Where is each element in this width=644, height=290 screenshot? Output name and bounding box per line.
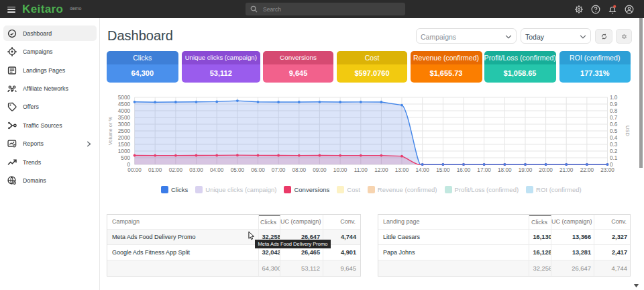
svg-text:00:00: 00:00 xyxy=(127,167,142,173)
svg-text:0.7: 0.7 xyxy=(610,115,618,121)
svg-text:0.6: 0.6 xyxy=(610,122,618,128)
svg-text:18:00: 18:00 xyxy=(498,167,512,173)
svg-text:USD: USD xyxy=(625,126,631,136)
svg-text:1000: 1000 xyxy=(118,148,131,154)
svg-text:01:00: 01:00 xyxy=(148,167,162,173)
svg-text:4500: 4500 xyxy=(118,101,131,107)
svg-text:500: 500 xyxy=(121,155,130,161)
svg-text:4000: 4000 xyxy=(118,108,131,114)
svg-text:0.2: 0.2 xyxy=(610,148,618,154)
svg-text:16:00: 16:00 xyxy=(457,167,471,173)
svg-text:3000: 3000 xyxy=(118,122,131,128)
svg-text:0.1: 0.1 xyxy=(610,155,618,161)
svg-text:09:00: 09:00 xyxy=(313,167,327,173)
svg-text:17:00: 17:00 xyxy=(477,167,491,173)
svg-text:23:00: 23:00 xyxy=(600,167,614,173)
svg-text:0: 0 xyxy=(610,162,613,168)
svg-text:21:00: 21:00 xyxy=(559,167,574,173)
svg-text:11:00: 11:00 xyxy=(354,167,368,173)
svg-text:1.0: 1.0 xyxy=(610,95,618,101)
svg-text:10:00: 10:00 xyxy=(333,167,347,173)
svg-text:20:00: 20:00 xyxy=(539,167,553,173)
svg-text:12:00: 12:00 xyxy=(374,167,388,173)
svg-text:15:00: 15:00 xyxy=(436,167,450,173)
svg-text:22:00: 22:00 xyxy=(580,167,594,173)
svg-text:14:00: 14:00 xyxy=(415,167,429,173)
svg-text:0.9: 0.9 xyxy=(610,101,618,107)
svg-text:0.3: 0.3 xyxy=(610,142,618,148)
svg-text:08:00: 08:00 xyxy=(292,167,307,173)
svg-text:02:00: 02:00 xyxy=(169,167,183,173)
svg-text:0: 0 xyxy=(127,162,130,168)
svg-text:Volume or %: Volume or % xyxy=(107,116,113,145)
svg-text:19:00: 19:00 xyxy=(519,167,533,173)
svg-text:0.5: 0.5 xyxy=(610,128,618,134)
svg-text:3500: 3500 xyxy=(118,115,131,121)
svg-text:2500: 2500 xyxy=(118,128,131,134)
svg-text:05:00: 05:00 xyxy=(231,167,245,173)
svg-text:1500: 1500 xyxy=(118,142,131,148)
svg-text:5000: 5000 xyxy=(118,95,131,101)
svg-text:2000: 2000 xyxy=(118,135,131,141)
svg-text:13:00: 13:00 xyxy=(395,167,409,173)
svg-text:04:00: 04:00 xyxy=(210,167,224,173)
svg-text:0.4: 0.4 xyxy=(610,135,618,141)
svg-text:06:00: 06:00 xyxy=(251,167,265,173)
svg-text:07:00: 07:00 xyxy=(272,167,286,173)
svg-text:03:00: 03:00 xyxy=(189,167,203,173)
svg-text:0.8: 0.8 xyxy=(610,108,618,114)
